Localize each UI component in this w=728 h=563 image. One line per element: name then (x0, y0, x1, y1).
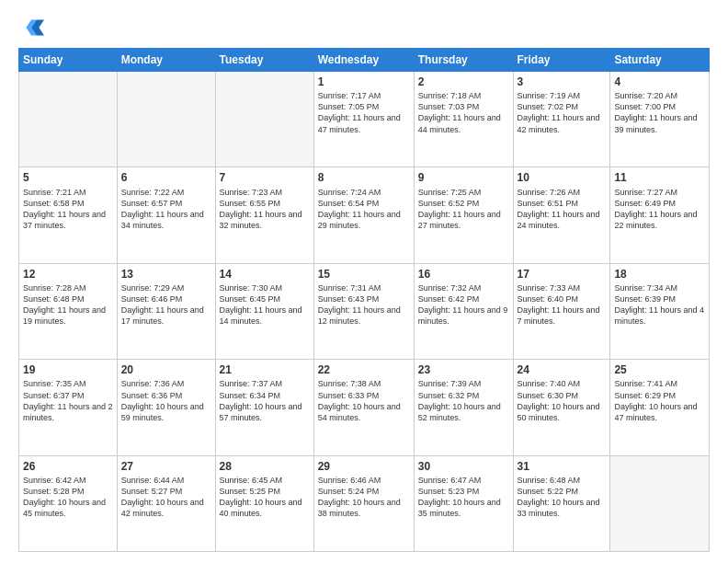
day-number: 27 (121, 459, 211, 474)
day-info: Sunrise: 7:29 AM Sunset: 6:46 PM Dayligh… (121, 282, 211, 327)
day-number: 23 (418, 362, 509, 377)
day-info: Sunrise: 7:19 AM Sunset: 7:02 PM Dayligh… (518, 90, 607, 135)
day-info: Sunrise: 7:20 AM Sunset: 7:00 PM Dayligh… (614, 90, 705, 135)
day-header-sunday: Sunday (19, 49, 118, 72)
day-number: 28 (220, 459, 310, 474)
day-info: Sunrise: 7:39 AM Sunset: 6:32 PM Dayligh… (418, 378, 509, 423)
day-info: Sunrise: 6:47 AM Sunset: 5:23 PM Dayligh… (418, 475, 509, 520)
calendar-cell: 5Sunrise: 7:21 AM Sunset: 6:58 PM Daylig… (19, 167, 118, 263)
calendar-cell: 16Sunrise: 7:32 AM Sunset: 6:42 PM Dayli… (414, 263, 513, 359)
calendar-week-4: 19Sunrise: 7:35 AM Sunset: 6:37 PM Dayli… (19, 360, 710, 455)
day-info: Sunrise: 7:23 AM Sunset: 6:55 PM Dayligh… (220, 187, 310, 232)
day-number: 8 (318, 170, 410, 185)
day-info: Sunrise: 6:44 AM Sunset: 5:27 PM Dayligh… (121, 475, 211, 520)
day-number: 2 (418, 75, 509, 89)
calendar-cell: 27Sunrise: 6:44 AM Sunset: 5:27 PM Dayli… (117, 455, 215, 551)
calendar-cell: 6Sunrise: 7:22 AM Sunset: 6:57 PM Daylig… (117, 167, 215, 263)
day-info: Sunrise: 7:30 AM Sunset: 6:45 PM Dayligh… (220, 282, 310, 327)
calendar-cell: 22Sunrise: 7:38 AM Sunset: 6:33 PM Dayli… (313, 360, 414, 455)
calendar-cell: 20Sunrise: 7:36 AM Sunset: 6:36 PM Dayli… (117, 360, 215, 455)
calendar-cell: 9Sunrise: 7:25 AM Sunset: 6:52 PM Daylig… (414, 167, 513, 263)
header (18, 15, 710, 40)
calendar-week-2: 5Sunrise: 7:21 AM Sunset: 6:58 PM Daylig… (19, 167, 710, 263)
day-number: 19 (23, 362, 113, 377)
calendar-cell: 28Sunrise: 6:45 AM Sunset: 5:25 PM Dayli… (215, 455, 313, 551)
calendar-cell: 1Sunrise: 7:17 AM Sunset: 7:05 PM Daylig… (313, 72, 414, 167)
day-number: 26 (23, 459, 113, 474)
calendar-cell: 3Sunrise: 7:19 AM Sunset: 7:02 PM Daylig… (513, 72, 610, 167)
calendar-cell: 18Sunrise: 7:34 AM Sunset: 6:39 PM Dayli… (610, 263, 710, 359)
day-info: Sunrise: 6:45 AM Sunset: 5:25 PM Dayligh… (220, 475, 310, 520)
day-info: Sunrise: 7:37 AM Sunset: 6:34 PM Dayligh… (220, 378, 310, 423)
calendar-cell: 2Sunrise: 7:18 AM Sunset: 7:03 PM Daylig… (414, 72, 513, 167)
day-number: 10 (518, 170, 607, 185)
day-header-monday: Monday (117, 49, 215, 72)
day-number: 11 (614, 170, 705, 185)
day-info: Sunrise: 6:46 AM Sunset: 5:24 PM Dayligh… (318, 475, 410, 520)
calendar-cell: 24Sunrise: 7:40 AM Sunset: 6:30 PM Dayli… (513, 360, 610, 455)
calendar-cell: 13Sunrise: 7:29 AM Sunset: 6:46 PM Dayli… (117, 263, 215, 359)
day-info: Sunrise: 7:38 AM Sunset: 6:33 PM Dayligh… (318, 378, 410, 423)
calendar-cell (215, 72, 313, 167)
day-info: Sunrise: 7:35 AM Sunset: 6:37 PM Dayligh… (23, 378, 113, 423)
calendar-cell: 4Sunrise: 7:20 AM Sunset: 7:00 PM Daylig… (610, 72, 710, 167)
calendar-cell: 8Sunrise: 7:24 AM Sunset: 6:54 PM Daylig… (313, 167, 414, 263)
calendar-week-1: 1Sunrise: 7:17 AM Sunset: 7:05 PM Daylig… (19, 72, 710, 167)
calendar-cell: 10Sunrise: 7:26 AM Sunset: 6:51 PM Dayli… (513, 167, 610, 263)
logo (18, 15, 48, 40)
calendar-cell: 29Sunrise: 6:46 AM Sunset: 5:24 PM Dayli… (313, 455, 414, 551)
day-number: 7 (220, 170, 310, 185)
day-number: 24 (518, 362, 607, 377)
calendar-cell: 7Sunrise: 7:23 AM Sunset: 6:55 PM Daylig… (215, 167, 313, 263)
day-info: Sunrise: 7:34 AM Sunset: 6:39 PM Dayligh… (614, 282, 705, 327)
calendar-week-5: 26Sunrise: 6:42 AM Sunset: 5:28 PM Dayli… (19, 455, 710, 551)
day-info: Sunrise: 7:25 AM Sunset: 6:52 PM Dayligh… (418, 187, 509, 232)
page: SundayMondayTuesdayWednesdayThursdayFrid… (0, 0, 728, 563)
calendar-cell: 21Sunrise: 7:37 AM Sunset: 6:34 PM Dayli… (215, 360, 313, 455)
day-info: Sunrise: 7:28 AM Sunset: 6:48 PM Dayligh… (23, 282, 113, 327)
day-header-tuesday: Tuesday (215, 49, 313, 72)
day-info: Sunrise: 6:42 AM Sunset: 5:28 PM Dayligh… (23, 475, 113, 520)
day-header-saturday: Saturday (610, 49, 710, 72)
calendar-header-row: SundayMondayTuesdayWednesdayThursdayFrid… (19, 49, 710, 72)
day-number: 17 (518, 267, 607, 282)
calendar-cell: 14Sunrise: 7:30 AM Sunset: 6:45 PM Dayli… (215, 263, 313, 359)
calendar-cell: 11Sunrise: 7:27 AM Sunset: 6:49 PM Dayli… (610, 167, 710, 263)
day-number: 14 (220, 267, 310, 282)
day-info: Sunrise: 7:18 AM Sunset: 7:03 PM Dayligh… (418, 90, 509, 135)
day-number: 3 (518, 75, 607, 89)
day-number: 6 (121, 170, 211, 185)
calendar-cell (610, 455, 710, 551)
calendar-cell: 19Sunrise: 7:35 AM Sunset: 6:37 PM Dayli… (19, 360, 118, 455)
day-number: 30 (418, 459, 509, 474)
day-info: Sunrise: 7:24 AM Sunset: 6:54 PM Dayligh… (318, 187, 410, 232)
day-info: Sunrise: 7:21 AM Sunset: 6:58 PM Dayligh… (23, 187, 113, 232)
day-info: Sunrise: 7:32 AM Sunset: 6:42 PM Dayligh… (418, 282, 509, 327)
day-info: Sunrise: 6:48 AM Sunset: 5:22 PM Dayligh… (518, 475, 607, 520)
day-number: 25 (614, 362, 705, 377)
calendar-cell (117, 72, 215, 167)
day-header-thursday: Thursday (414, 49, 513, 72)
calendar-cell: 12Sunrise: 7:28 AM Sunset: 6:48 PM Dayli… (19, 263, 118, 359)
day-number: 21 (220, 362, 310, 377)
day-number: 31 (518, 459, 607, 474)
day-info: Sunrise: 7:36 AM Sunset: 6:36 PM Dayligh… (121, 378, 211, 423)
day-number: 20 (121, 362, 211, 377)
day-info: Sunrise: 7:41 AM Sunset: 6:29 PM Dayligh… (614, 378, 705, 423)
day-info: Sunrise: 7:27 AM Sunset: 6:49 PM Dayligh… (614, 187, 705, 232)
day-info: Sunrise: 7:26 AM Sunset: 6:51 PM Dayligh… (518, 187, 607, 232)
calendar-cell: 26Sunrise: 6:42 AM Sunset: 5:28 PM Dayli… (19, 455, 118, 551)
day-number: 15 (318, 267, 410, 282)
calendar-cell: 25Sunrise: 7:41 AM Sunset: 6:29 PM Dayli… (610, 360, 710, 455)
calendar-table: SundayMondayTuesdayWednesdayThursdayFrid… (18, 48, 710, 552)
day-info: Sunrise: 7:17 AM Sunset: 7:05 PM Dayligh… (318, 90, 410, 135)
day-number: 12 (23, 267, 113, 282)
calendar-week-3: 12Sunrise: 7:28 AM Sunset: 6:48 PM Dayli… (19, 263, 710, 359)
day-header-friday: Friday (513, 49, 610, 72)
day-number: 18 (614, 267, 705, 282)
calendar-cell: 17Sunrise: 7:33 AM Sunset: 6:40 PM Dayli… (513, 263, 610, 359)
day-number: 4 (614, 75, 705, 89)
calendar-cell: 31Sunrise: 6:48 AM Sunset: 5:22 PM Dayli… (513, 455, 610, 551)
day-number: 5 (23, 170, 113, 185)
day-number: 13 (121, 267, 211, 282)
